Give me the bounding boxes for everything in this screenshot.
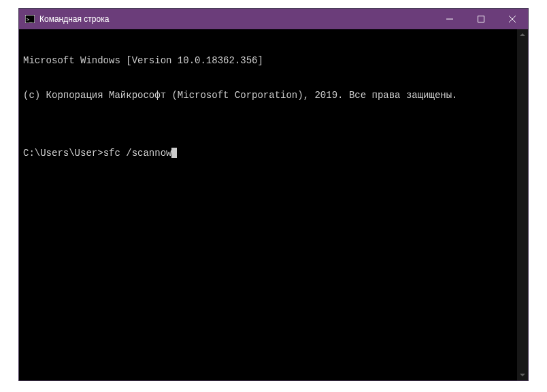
minimize-button[interactable]: [434, 9, 465, 29]
scroll-up-arrow[interactable]: [517, 29, 528, 40]
command-input[interactable]: sfc /scannow: [103, 148, 172, 159]
cmd-icon: >_: [24, 14, 35, 24]
svg-text:>_: >_: [27, 17, 33, 22]
prompt: C:\Users\User>: [23, 148, 103, 159]
window-title: Командная строка: [39, 14, 434, 24]
terminal-body: Microsoft Windows [Version 10.0.18362.35…: [19, 29, 528, 380]
terminal-content[interactable]: Microsoft Windows [Version 10.0.18362.35…: [19, 29, 517, 380]
svg-rect-3: [478, 16, 484, 22]
cursor: [171, 148, 177, 158]
maximize-button[interactable]: [465, 9, 497, 29]
output-line: (c) Корпорация Майкрософт (Microsoft Cor…: [23, 90, 513, 101]
vertical-scrollbar[interactable]: [517, 29, 528, 380]
prompt-line: C:\Users\User>sfc /scannow: [23, 148, 513, 159]
svg-marker-7: [520, 374, 525, 376]
command-prompt-window: >_ Командная строка: [18, 8, 529, 381]
titlebar[interactable]: >_ Командная строка: [19, 9, 528, 29]
scroll-down-arrow[interactable]: [517, 370, 528, 380]
window-controls: [434, 9, 528, 29]
close-button[interactable]: [497, 9, 528, 29]
svg-marker-6: [520, 33, 525, 36]
output-line: Microsoft Windows [Version 10.0.18362.35…: [23, 55, 513, 67]
